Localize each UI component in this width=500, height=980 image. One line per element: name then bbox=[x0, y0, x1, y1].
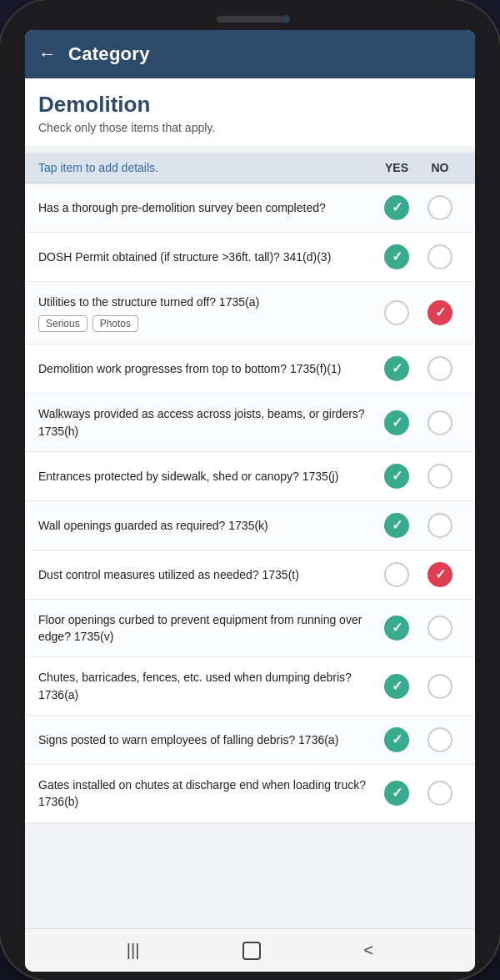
tag-photos[interactable]: Photos bbox=[92, 315, 138, 332]
yes-checked-icon: ✓ bbox=[384, 464, 409, 489]
yes-empty-radio bbox=[384, 562, 409, 587]
table-row[interactable]: Floor openings curbed to prevent equipme… bbox=[25, 600, 475, 658]
row-text-wrap: Signs posted to warn employees of fallin… bbox=[38, 731, 375, 748]
yes-checked-icon: ✓ bbox=[384, 356, 409, 381]
no-checked-icon: ✓ bbox=[428, 300, 452, 325]
rows-container: Has a thorough pre-demolition survey bee… bbox=[25, 183, 475, 823]
table-row[interactable]: Gates installed on chutes at discharge e… bbox=[25, 765, 475, 823]
no-radio[interactable] bbox=[418, 781, 462, 806]
yes-radio[interactable]: ✓ bbox=[375, 674, 418, 699]
bottom-nav: ||| < bbox=[25, 928, 475, 972]
app-header: ← Category bbox=[25, 30, 475, 78]
table-row[interactable]: Walkways provided as access across joist… bbox=[25, 394, 475, 452]
table-row[interactable]: Demolition work progresses from top to b… bbox=[25, 344, 475, 394]
yes-radio[interactable]: ✓ bbox=[375, 513, 418, 538]
row-question-text: Wall openings guarded as required? 1735(… bbox=[38, 517, 367, 534]
row-question-text: Signs posted to warn employees of fallin… bbox=[38, 731, 367, 748]
row-question-text: Gates installed on chutes at discharge e… bbox=[38, 776, 367, 811]
table-row[interactable]: Utilities to the structure turned off? 1… bbox=[25, 282, 475, 344]
yes-checked-icon: ✓ bbox=[384, 781, 409, 806]
checklist-table: Tap item to add details. YES NO Has a th… bbox=[25, 153, 475, 823]
row-question-text: DOSH Permit obtained (if structure >36ft… bbox=[38, 249, 367, 265]
yes-radio[interactable]: ✓ bbox=[375, 727, 418, 752]
notch bbox=[200, 10, 300, 28]
page-header: Demolition Check only those items that a… bbox=[25, 78, 475, 146]
no-radio[interactable] bbox=[418, 513, 462, 538]
yes-radio[interactable]: ✓ bbox=[375, 781, 418, 806]
table-row[interactable]: Signs posted to warn employees of fallin… bbox=[25, 716, 475, 765]
page-title: Demolition bbox=[38, 92, 462, 118]
yes-radio[interactable]: ✓ bbox=[375, 616, 418, 641]
no-radio[interactable] bbox=[418, 356, 462, 381]
row-question-text: Entrances protected by sidewalk, shed or… bbox=[38, 468, 367, 485]
yes-checked-icon: ✓ bbox=[384, 674, 409, 699]
row-text-wrap: Wall openings guarded as required? 1735(… bbox=[38, 517, 375, 534]
content-area: Demolition Check only those items that a… bbox=[25, 78, 475, 928]
yes-checked-icon: ✓ bbox=[384, 195, 409, 220]
row-question-text: Demolition work progresses from top to b… bbox=[38, 360, 367, 377]
no-empty-radio bbox=[428, 616, 452, 641]
row-text-wrap: Has a thorough pre-demolition survey bee… bbox=[38, 199, 375, 216]
nav-back-icon[interactable]: < bbox=[364, 941, 374, 960]
row-text-wrap: Chutes, barricades, fences, etc. used wh… bbox=[38, 669, 375, 703]
no-radio[interactable] bbox=[418, 195, 462, 220]
yes-checked-icon: ✓ bbox=[384, 616, 409, 641]
yes-checked-icon: ✓ bbox=[384, 513, 409, 538]
yes-radio[interactable] bbox=[375, 300, 418, 325]
row-text-wrap: Gates installed on chutes at discharge e… bbox=[38, 776, 375, 811]
row-question-text: Dust control measures utilized as needed… bbox=[38, 566, 367, 583]
yes-checked-icon: ✓ bbox=[384, 727, 409, 752]
no-radio[interactable]: ✓ bbox=[418, 562, 462, 587]
no-empty-radio bbox=[428, 356, 452, 381]
notch-dot bbox=[282, 15, 290, 23]
yes-radio[interactable]: ✓ bbox=[375, 464, 418, 489]
yes-empty-radio bbox=[384, 300, 409, 325]
row-text-wrap: Entrances protected by sidewalk, shed or… bbox=[38, 468, 375, 485]
no-radio[interactable] bbox=[418, 727, 462, 752]
no-empty-radio bbox=[428, 727, 452, 752]
yes-radio[interactable] bbox=[375, 562, 418, 587]
no-radio[interactable]: ✓ bbox=[418, 300, 462, 325]
row-question-text: Chutes, barricades, fences, etc. used wh… bbox=[38, 669, 367, 703]
table-row[interactable]: Wall openings guarded as required? 1735(… bbox=[25, 501, 475, 550]
row-text-wrap: Demolition work progresses from top to b… bbox=[38, 360, 375, 377]
table-row[interactable]: Has a thorough pre-demolition survey bee… bbox=[25, 183, 475, 233]
nav-home-icon[interactable] bbox=[242, 942, 261, 960]
table-header-instruction: Tap item to add details. bbox=[38, 161, 375, 174]
no-radio[interactable] bbox=[418, 464, 462, 489]
no-radio[interactable] bbox=[418, 674, 462, 699]
yes-radio[interactable]: ✓ bbox=[375, 244, 418, 269]
no-empty-radio bbox=[428, 410, 452, 435]
tag-serious[interactable]: Serious bbox=[38, 315, 88, 332]
yes-radio[interactable]: ✓ bbox=[375, 356, 418, 381]
no-empty-radio bbox=[428, 513, 452, 538]
row-text-wrap: Walkways provided as access across joist… bbox=[38, 405, 375, 440]
no-radio[interactable] bbox=[418, 244, 462, 269]
yes-radio[interactable]: ✓ bbox=[375, 195, 418, 220]
col-no-header: NO bbox=[418, 161, 462, 174]
yes-radio[interactable]: ✓ bbox=[375, 410, 418, 435]
nav-lines-icon[interactable]: ||| bbox=[127, 941, 140, 960]
table-row[interactable]: DOSH Permit obtained (if structure >36ft… bbox=[25, 233, 475, 282]
table-row[interactable]: Chutes, barricades, fences, etc. used wh… bbox=[25, 657, 475, 716]
no-radio[interactable] bbox=[418, 410, 462, 435]
row-question-text: Has a thorough pre-demolition survey bee… bbox=[38, 199, 367, 216]
no-empty-radio bbox=[428, 674, 452, 699]
row-question-text: Walkways provided as access across joist… bbox=[38, 405, 367, 440]
table-header: Tap item to add details. YES NO bbox=[25, 153, 475, 183]
no-radio[interactable] bbox=[418, 616, 462, 641]
row-question-text: Utilities to the structure turned off? 1… bbox=[38, 294, 367, 310]
col-yes-header: YES bbox=[375, 161, 418, 174]
table-row[interactable]: Dust control measures utilized as needed… bbox=[25, 550, 475, 600]
table-row[interactable]: Entrances protected by sidewalk, shed or… bbox=[25, 452, 475, 501]
yes-checked-icon: ✓ bbox=[384, 244, 409, 269]
no-empty-radio bbox=[428, 781, 452, 806]
phone-screen: ← Category Demolition Check only those i… bbox=[25, 30, 475, 972]
back-button[interactable]: ← bbox=[38, 43, 57, 65]
row-question-text: Floor openings curbed to prevent equipme… bbox=[38, 611, 367, 646]
row-text-wrap: Utilities to the structure turned off? 1… bbox=[38, 294, 375, 332]
row-text-wrap: Dust control measures utilized as needed… bbox=[38, 566, 375, 583]
no-checked-icon: ✓ bbox=[428, 562, 452, 587]
header-title: Category bbox=[68, 43, 150, 65]
row-tags: SeriousPhotos bbox=[38, 315, 367, 332]
